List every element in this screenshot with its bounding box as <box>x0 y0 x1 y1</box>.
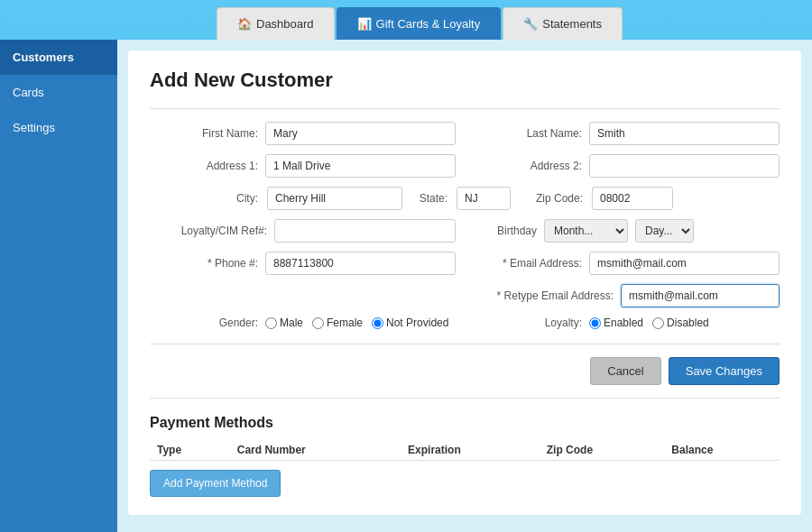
zip-input[interactable] <box>592 187 673 210</box>
tab-dashboard[interactable]: 🏠 Dashboard <box>217 7 335 40</box>
loyalty-ref-label: Loyalty/CIM Ref#: <box>150 225 267 237</box>
zip-label: Zip Code: <box>520 192 583 205</box>
last-name-row: Last Name: <box>474 122 780 145</box>
gender-loyalty-row: Gender: Male Female <box>150 316 780 329</box>
gender-not-provided-radio[interactable] <box>372 317 383 329</box>
col-type: Type <box>150 440 230 461</box>
state-input[interactable] <box>457 187 511 210</box>
loyalty-status-row: Loyalty: Enabled Disabled <box>474 316 780 329</box>
col-balance: Balance <box>664 440 780 461</box>
retype-email-label: * Retype Email Address: <box>474 289 614 302</box>
sidebar-item-customers[interactable]: Customers <box>0 40 117 75</box>
wrench-icon: 🔧 <box>523 17 538 31</box>
gender-radio-group: Male Female Not Provided <box>265 316 448 329</box>
tab-statements-label: Statements <box>542 17 602 31</box>
gender-male-radio[interactable] <box>265 317 277 329</box>
content-area: Add New Customer First Name: Last Name: <box>117 40 812 532</box>
gender-female-option[interactable]: Female <box>312 316 363 329</box>
retype-email-container: * Retype Email Address: <box>474 284 780 307</box>
loyalty-enabled-option[interactable]: Enabled <box>589 316 643 329</box>
loyalty-birthday-row: Loyalty/CIM Ref#: Birthday Month... Janu… <box>150 219 780 243</box>
retype-email-row: * Retype Email Address: <box>150 284 780 307</box>
gender-female-radio[interactable] <box>312 317 324 329</box>
email-input[interactable] <box>589 252 780 275</box>
first-name-input[interactable] <box>265 122 456 145</box>
loyalty-enabled-radio[interactable] <box>589 317 601 329</box>
payment-table: Type Card Number Expiration Zip Code Bal… <box>150 440 780 461</box>
last-name-input[interactable] <box>589 122 780 145</box>
loyalty-status-label: Loyalty: <box>474 316 582 329</box>
address2-label: Address 2: <box>474 160 582 172</box>
birthday-label: Birthday <box>474 225 537 237</box>
loyalty-ref-input[interactable] <box>274 219 456 243</box>
city-input[interactable] <box>267 187 402 210</box>
cancel-button[interactable]: Cancel <box>590 357 660 385</box>
save-button[interactable]: Save Changes <box>669 357 780 385</box>
loyalty-disabled-option[interactable]: Disabled <box>652 316 709 329</box>
loyalty-radio-group: Enabled Disabled <box>589 316 709 329</box>
loyalty-ref-row: Loyalty/CIM Ref#: <box>150 219 456 243</box>
first-name-row: First Name: <box>150 122 456 145</box>
page-title: Add New Customer <box>150 69 780 92</box>
city-label: City: <box>150 192 258 205</box>
col-zip-code: Zip Code <box>540 440 665 461</box>
tab-statements[interactable]: 🔧 Statements <box>503 7 623 40</box>
sidebar-item-settings[interactable]: Settings <box>0 110 117 145</box>
email-label: * Email Address: <box>474 257 582 270</box>
birthday-row-container: Birthday Month... JanuaryFebruaryMarch A… <box>474 219 780 243</box>
last-name-label: Last Name: <box>474 127 582 140</box>
col-expiration: Expiration <box>401 440 540 461</box>
gender-label: Gender: <box>150 316 258 329</box>
first-name-label: First Name: <box>150 127 258 140</box>
birthday-month-select[interactable]: Month... JanuaryFebruaryMarch AprilMayJu… <box>544 219 628 243</box>
email-row: * Email Address: <box>474 252 780 275</box>
birthday-day-select[interactable]: Day... 123456789101112131415161718192021… <box>635 219 694 243</box>
address2-input[interactable] <box>589 154 780 178</box>
phone-label: * Phone #: <box>150 257 258 270</box>
address-row: Address 1: Address 2: <box>150 154 780 178</box>
gender-male-option[interactable]: Male <box>265 316 303 329</box>
address1-input[interactable] <box>265 154 456 178</box>
gender-not-provided-option[interactable]: Not Provided <box>372 316 448 329</box>
address1-row: Address 1: <box>150 154 456 178</box>
sidebar: Customers Cards Settings <box>0 40 117 532</box>
payment-title: Payment Methods <box>150 415 780 431</box>
address2-row: Address 2: <box>474 154 780 178</box>
city-state-zip-row: City: State: Zip Code: <box>150 187 780 210</box>
phone-email-row: * Phone #: * Email Address: <box>150 252 780 275</box>
form-buttons: Cancel Save Changes <box>150 357 780 385</box>
sidebar-item-cards[interactable]: Cards <box>0 75 117 110</box>
tab-gift-cards[interactable]: 📊 Gift Cards & Loyalty <box>337 7 502 40</box>
top-nav: 🏠 Dashboard 📊 Gift Cards & Loyalty 🔧 Sta… <box>0 0 812 40</box>
add-payment-button[interactable]: Add Payment Method <box>150 470 281 497</box>
gender-row: Gender: Male Female <box>150 316 456 329</box>
col-card-number: Card Number <box>230 440 401 461</box>
retype-email-input[interactable] <box>621 284 780 307</box>
tab-dashboard-label: Dashboard <box>256 17 314 31</box>
address1-label: Address 1: <box>150 160 258 172</box>
loyalty-disabled-radio[interactable] <box>652 317 664 329</box>
main-card: Add New Customer First Name: Last Name: <box>128 50 801 515</box>
name-row: First Name: Last Name: <box>150 122 780 145</box>
state-label: State: <box>411 192 448 205</box>
phone-input[interactable] <box>265 252 456 275</box>
tab-gift-cards-label: Gift Cards & Loyalty <box>376 17 481 31</box>
home-icon: 🏠 <box>237 17 252 31</box>
main-layout: Customers Cards Settings Add New Custome… <box>0 40 812 532</box>
chart-icon: 📊 <box>357 17 372 31</box>
phone-row: * Phone #: <box>150 252 456 275</box>
payment-methods-section: Payment Methods Type Card Number Expirat… <box>150 415 780 497</box>
